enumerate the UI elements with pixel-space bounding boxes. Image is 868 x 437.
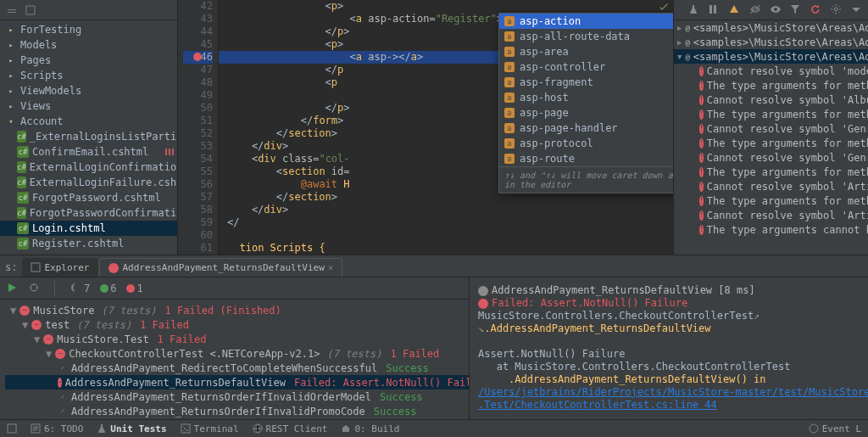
test-node[interactable]: ▼–test(7 tests)1 Failed: [5, 317, 469, 332]
folder-item[interactable]: ▸ViewModels: [0, 83, 177, 98]
line-number: 61: [183, 242, 213, 255]
folder-item[interactable]: ▸Scripts: [0, 68, 177, 83]
status-tool-button[interactable]: Terminal: [181, 423, 239, 434]
error-item[interactable]: !Cannot resolve symbol 'AlbumId: [674, 92, 868, 107]
file-item[interactable]: c#ForgotPassword.cshtml: [0, 190, 177, 205]
code-line[interactable]: <p>: [219, 0, 673, 13]
chevron-right-icon: ▶: [677, 37, 682, 48]
unit-tests-tabs: s: ExplorerAddressAndPayment_ReturnsDefa…: [0, 255, 868, 277]
error-group[interactable]: ▶@<samples>\MusicStore\Areas\Ad: [674, 20, 868, 35]
test-node[interactable]: ✓AddressAndPayment_ReturnsOrderIfInvalid…: [5, 404, 469, 418]
chevron-right-icon: ▶: [677, 23, 682, 33]
error-icon: !: [699, 95, 704, 105]
error-item[interactable]: !The type arguments for method: [674, 136, 868, 150]
settings-icon[interactable]: [831, 4, 843, 16]
ok-count[interactable]: 6: [100, 283, 116, 294]
attribute-icon: a: [504, 138, 515, 148]
warning-icon[interactable]: [729, 4, 741, 16]
test-node[interactable]: ▼–MusicStore(7 tests)1 Failed (Finished): [5, 303, 469, 317]
code-line[interactable]: </div>: [219, 204, 673, 216]
terminal-icon: [181, 423, 191, 434]
file-item[interactable]: c#Login.cshtml: [0, 221, 177, 236]
test-node[interactable]: ✓AddressAndPayment_RedirectToCompleteWhe…: [5, 361, 469, 375]
run-icon[interactable]: [7, 283, 19, 294]
error-item[interactable]: !Cannot resolve symbol 'model': [674, 64, 868, 78]
status-tool-button[interactable]: 0: Build: [341, 423, 399, 434]
line-number: 43: [183, 13, 213, 25]
expand-all-icon[interactable]: [24, 3, 37, 17]
build-icon: [341, 423, 351, 434]
folder-item[interactable]: ▸Models: [0, 37, 177, 53]
refresh-icon[interactable]: [810, 4, 822, 16]
file-item[interactable]: c#ExternalLoginFailure.cshtml: [0, 175, 177, 190]
collapse-all-icon[interactable]: [5, 3, 19, 17]
error-item[interactable]: !Cannot resolve symbol 'GenreId: [674, 121, 868, 136]
file-item[interactable]: c#ConfirmEmail.cshtml: [0, 144, 177, 160]
error-item[interactable]: !The type arguments for method: [674, 78, 868, 92]
code-line[interactable]: tion Scripts {: [219, 242, 673, 255]
unit-tests-tab[interactable]: Explorer: [22, 258, 97, 277]
filter-icon[interactable]: [790, 4, 802, 16]
error-group[interactable]: ▶@<samples>\MusicStore\Areas\Ad: [674, 35, 868, 49]
completion-item[interactable]: aasp-page: [499, 105, 673, 120]
breakpoint-icon[interactable]: [193, 53, 202, 61]
code-editor[interactable]: 4243444546474849505152535455565758596061…: [178, 0, 673, 255]
eye-off-icon[interactable]: [749, 4, 761, 16]
test-node[interactable]: ▼–MusicStore.Test1 Failed: [5, 332, 469, 346]
folder-item[interactable]: ▸Pages: [0, 53, 177, 68]
error-icon: !: [699, 196, 704, 206]
flask-icon[interactable]: [688, 4, 700, 16]
error-item[interactable]: !Cannot resolve symbol 'ArtistId: [674, 179, 868, 193]
completion-item[interactable]: aasp-all-route-data: [499, 29, 673, 44]
error-icon: !: [699, 167, 704, 177]
file-item[interactable]: c#ExternalLoginConfirmation: [0, 160, 177, 175]
error-group[interactable]: ▼@<samples>\MusicStore\Areas\Ad: [674, 49, 868, 64]
project-explorer: ▸ForTesting▸Models▸Pages▸Scripts▸ViewMod…: [0, 0, 178, 255]
status-tool-button[interactable]: Unit Tests: [97, 423, 166, 434]
chevron-down-icon: ▼: [46, 348, 52, 360]
pause-icon[interactable]: [709, 4, 721, 16]
completion-item[interactable]: aasp-host: [499, 90, 673, 105]
unit-tests-tab[interactable]: AddressAndPayment_ReturnsDefaultView ×: [99, 258, 342, 277]
test-node[interactable]: ✓AddressAndPayment_ReturnsOrderIfInvalid…: [5, 389, 469, 404]
file-item[interactable]: c#ForgotPasswordConfirmatic: [0, 205, 177, 221]
completion-item[interactable]: aasp-area: [499, 44, 673, 59]
error-icon: !: [699, 153, 704, 163]
completion-popup[interactable]: aasp-actionaasp-all-route-dataaasp-areaa…: [498, 13, 673, 193]
moon-icon[interactable]: [69, 283, 81, 294]
err-count[interactable]: 1: [126, 283, 142, 294]
attribute-icon: a: [504, 62, 515, 72]
event-log-button[interactable]: Event L: [809, 423, 861, 434]
status-tool-button[interactable]: 6: TODO: [31, 423, 83, 434]
status-menu-icon[interactable]: [7, 423, 17, 434]
error-item[interactable]: !The type arguments for method: [674, 193, 868, 208]
folder-item[interactable]: ▸ForTesting: [0, 22, 177, 37]
file-item[interactable]: c#_ExternalLoginsListPartial.cs: [0, 129, 177, 144]
file-item[interactable]: c#Register.cshtml: [0, 236, 177, 251]
completion-item[interactable]: aasp-action: [499, 14, 673, 29]
error-item[interactable]: !The type arguments for method: [674, 165, 868, 179]
error-item[interactable]: !Cannot resolve symbol 'ArtistId: [674, 208, 868, 222]
completion-item[interactable]: aasp-route: [499, 151, 673, 166]
test-pass-icon: ✓: [58, 406, 68, 417]
completion-item[interactable]: aasp-page-handler: [499, 120, 673, 136]
code-line[interactable]: [219, 229, 673, 242]
code-line[interactable]: </: [219, 216, 673, 229]
close-icon[interactable]: ×: [328, 262, 334, 273]
folder-item[interactable]: ▸Views: [0, 98, 177, 114]
completion-item[interactable]: aasp-protocol: [499, 136, 673, 151]
debug-icon[interactable]: [29, 283, 41, 294]
unit-tests-toolbar: 7 6 1: [0, 277, 469, 300]
completion-item[interactable]: aasp-fragment: [499, 75, 673, 90]
test-node[interactable]: ▼–CheckoutControllerTest <.NETCoreApp-v2…: [5, 346, 469, 361]
error-item[interactable]: !Cannot resolve symbol 'GenreId: [674, 150, 868, 165]
test-node[interactable]: –AddressAndPayment_ReturnsDefaultViewFai…: [5, 375, 469, 389]
folder-item[interactable]: ▾Account: [0, 114, 177, 129]
completion-item[interactable]: aasp-controller: [499, 59, 673, 75]
at-icon: @: [685, 23, 689, 33]
more-icon[interactable]: [851, 4, 863, 16]
error-item[interactable]: !The type arguments for method: [674, 107, 868, 121]
eye-icon[interactable]: [770, 4, 782, 16]
error-item[interactable]: !The type arguments cannot be i: [674, 222, 868, 237]
status-tool-button[interactable]: REST Client: [253, 423, 328, 434]
